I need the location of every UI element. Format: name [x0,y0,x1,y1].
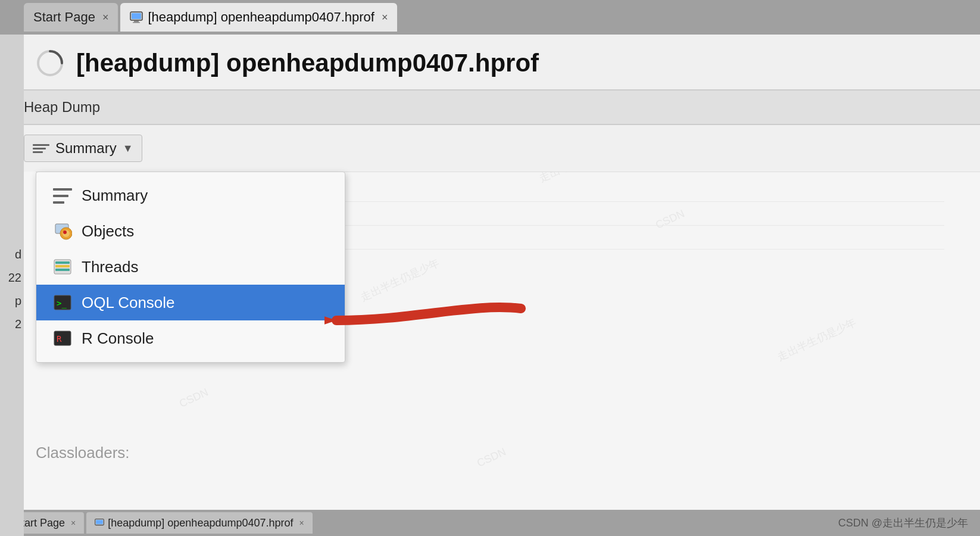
classloaders-label: Classloaders: [36,444,130,462]
line-num-p: p [0,289,24,313]
heapdump-tab-icon [130,11,143,24]
menu-item-objects-label: Objects [82,222,134,241]
bottom-tab-heapdump[interactable]: [heapdump] openheapdump0407.hprof × [86,512,312,534]
svg-rect-12 [55,269,70,271]
tab-heapdump-close[interactable]: × [382,11,388,24]
summary-bar: Summary ▼ [0,125,980,172]
summary-button-label: Summary [55,140,117,157]
line-num-22: 22 [0,266,24,289]
page-header: [heapdump] openheapdump0407.hprof [0,35,980,89]
oql-console-menu-icon: >_ [53,293,72,312]
dropdown-menu: Summary Objects Threads [36,172,345,363]
summary-dropdown-button[interactable]: Summary ▼ [24,135,142,162]
svg-text:>_: >_ [57,298,67,308]
menu-item-threads-label: Threads [82,258,138,276]
menu-item-oql-console[interactable]: >_ OQL Console [36,285,345,320]
tab-bar: Start Page × [heapdump] openheapdump0407… [0,0,980,35]
summary-icon [33,141,49,155]
tab-start-page-label: Start Page [33,10,95,25]
left-gutter: d 22 p 2 [0,35,24,536]
menu-item-threads[interactable]: Threads [36,249,345,285]
svg-text:R: R [57,334,62,344]
svg-rect-2 [134,21,139,22]
menu-item-summary-label: Summary [82,186,148,205]
svg-rect-11 [55,265,70,267]
page-title: [heapdump] openheapdump0407.hprof [76,49,539,77]
threads-menu-icon [53,257,72,276]
bottom-tab-bar: Start Page × [heapdump] openheapdump0407… [0,510,980,536]
content-area: d 22 p 2 [heapdump] openheapdump0407.hpr… [0,35,980,510]
dropdown-arrow-icon: ▼ [123,142,133,155]
tab-heapdump[interactable]: [heapdump] openheapdump0407.hprof × [120,3,397,32]
tab-heapdump-label: [heapdump] openheapdump0407.hprof [148,10,374,25]
menu-item-r-console-label: R Console [82,329,154,348]
menu-item-oql-console-label: OQL Console [82,294,175,312]
svg-rect-10 [55,261,70,264]
line-num-2: 2 [0,313,24,336]
loading-icon [36,49,64,77]
r-console-menu-icon: R [53,329,72,348]
menu-item-summary[interactable]: Summary [36,178,345,213]
csdn-watermark: CSDN @走出半生仍是少年 [838,516,968,530]
bottom-tab-heapdump-icon [95,518,104,528]
bottom-tab-heapdump-label: [heapdump] openheapdump0407.hprof [108,517,293,529]
svg-point-8 [63,230,67,234]
bottom-tab-heapdump-close[interactable]: × [299,518,304,528]
menu-item-objects[interactable]: Objects [36,213,345,249]
annotation-arrow [324,291,527,350]
svg-rect-19 [96,520,103,524]
bottom-tab-start-page-close[interactable]: × [71,518,76,528]
summary-menu-icon [53,188,72,204]
line-num-d: d [0,243,24,266]
menu-item-r-console[interactable]: R R Console [36,320,345,356]
tab-start-page[interactable]: Start Page × [24,3,118,32]
svg-rect-1 [132,13,141,19]
tab-start-page-close[interactable]: × [102,11,109,24]
heap-dump-section: Heap Dump [0,90,980,124]
objects-menu-icon [53,222,72,241]
heap-dump-label: Heap Dump [24,99,100,115]
svg-rect-3 [133,22,140,23]
